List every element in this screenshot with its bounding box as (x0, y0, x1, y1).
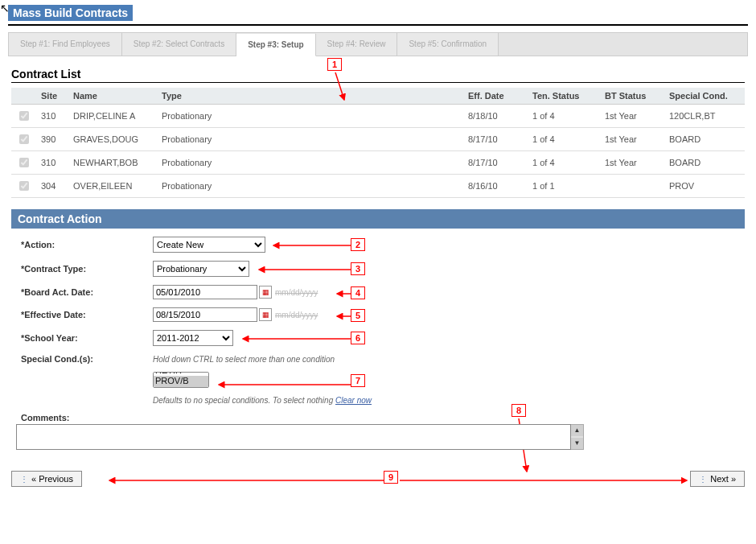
special-cond-hint: Hold down CTRL to select more than one c… (153, 355, 335, 364)
date-placeholder: mm/dd/yyyy (275, 288, 318, 297)
date-placeholder: mm/dd/yyyy (275, 311, 318, 319)
calendar-icon[interactable]: ▦ (259, 286, 272, 299)
callout-4: 4 (351, 286, 365, 299)
wizard-tabs: Step #1: Find EmployeesStep #2: Select C… (8, 32, 748, 56)
table-row: 310DRIP,CELINE AProbationary8/18/101 of … (11, 105, 745, 128)
callout-1: 1 (327, 58, 342, 71)
column-header: Name (68, 88, 157, 105)
next-button[interactable]: ⋮ Next » (690, 471, 745, 487)
callout-9: 9 (384, 471, 398, 484)
scroll-down-icon[interactable]: ▼ (571, 438, 583, 449)
callout-7: 7 (351, 374, 365, 387)
callout-3: 3 (351, 262, 365, 275)
dots-icon: ⋮ (20, 475, 28, 484)
school-year-select[interactable]: 2011-2012 (153, 330, 233, 346)
row-checkbox[interactable] (19, 134, 29, 144)
tab-step-3[interactable]: Step #3: Setup (236, 34, 315, 56)
column-header: Eff. Date (463, 88, 528, 105)
contract-action-header: Contract Action (11, 209, 745, 229)
clear-now-link[interactable]: Clear now (335, 396, 372, 405)
column-header: BT Status (600, 88, 664, 105)
column-header: Special Cond. (664, 88, 745, 105)
defaults-hint: Defaults to no special conditions. To se… (153, 396, 372, 405)
callout-5: 5 (351, 309, 365, 322)
label-comments: Comments: (16, 413, 80, 422)
column-header (11, 88, 36, 105)
row-checkbox[interactable] (19, 158, 29, 167)
tab-step-1[interactable]: Step #1: Find Employees (9, 33, 122, 56)
effective-date-input[interactable] (153, 307, 257, 322)
board-date-input[interactable] (153, 285, 257, 299)
label-action: *Action: (16, 240, 153, 249)
label-contract-type: *Contract Type: (16, 264, 153, 274)
row-checkbox[interactable] (19, 181, 29, 191)
column-header: Ten. Status (528, 88, 600, 105)
cursor-icon: ↖ (0, 2, 10, 14)
contract-list-table: SiteNameTypeEff. DateTen. StatusBT Statu… (11, 88, 745, 198)
column-header: Type (157, 88, 463, 105)
contract-list-title: Contract List (11, 68, 745, 83)
action-select[interactable]: Create New (153, 237, 265, 253)
callout-6: 6 (351, 332, 365, 344)
comments-textarea[interactable] (16, 424, 571, 450)
column-header: Site (36, 88, 68, 105)
calendar-icon[interactable]: ▦ (259, 308, 272, 321)
table-row: 304OVER,EILEENProbationary8/16/101 of 1P… (11, 175, 745, 198)
label-special-cond: Special Cond.(s): (16, 354, 153, 364)
callout-2: 2 (351, 238, 365, 251)
previous-button[interactable]: ⋮ « Previous (11, 471, 82, 487)
row-checkbox[interactable] (19, 111, 29, 121)
scrollbar[interactable]: ▲ ▼ (571, 424, 584, 450)
divider (8, 24, 748, 26)
tab-step-2[interactable]: Step #2: Select Contracts (122, 33, 236, 56)
table-row: 390GRAVES,DOUGProbationary8/17/101 of 41… (11, 128, 745, 151)
label-board-date: *Board Act. Date: (16, 287, 153, 297)
tab-step-5[interactable]: Step #5: Confirmation (397, 33, 499, 56)
special-cond-select[interactable]: PROVRETIRPROV/BCOACH (153, 372, 209, 388)
tab-step-4[interactable]: Step #4: Review (316, 33, 398, 56)
table-row: 310NEWHART,BOBProbationary8/17/101 of 41… (11, 151, 745, 175)
scroll-up-icon[interactable]: ▲ (571, 425, 583, 436)
label-school-year: *School Year: (16, 333, 153, 343)
page-title: Mass Build Contracts (8, 5, 133, 21)
dots-icon: ⋮ (699, 475, 707, 484)
label-effective-date: *Effective Date: (16, 310, 153, 319)
contract-type-select[interactable]: Probationary (153, 261, 249, 277)
